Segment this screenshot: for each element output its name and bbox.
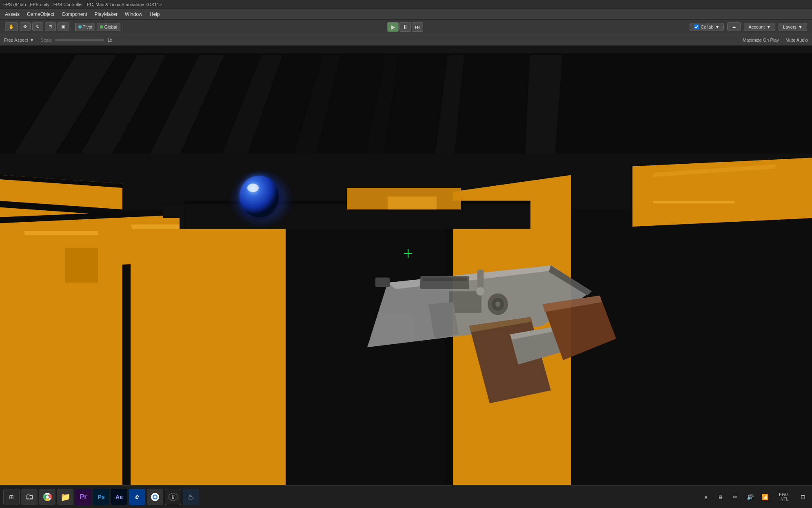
svg-rect-9 (0, 46, 812, 53)
svg-point-65 (46, 495, 49, 498)
svg-marker-33 (0, 244, 49, 296)
svg-rect-31 (24, 231, 98, 236)
menu-gameobject[interactable]: GameObject (24, 11, 58, 18)
tray-network[interactable]: 🖥 (715, 491, 726, 503)
scale-tool-button[interactable]: ⊡ (45, 22, 56, 31)
svg-text:U: U (171, 495, 174, 499)
pivot-toggle: Pivot (75, 23, 95, 31)
taskbar-right: ∧ 🖥 ✏ 🔊 📶 ENG INTL ⊡ (700, 491, 809, 503)
menu-assets[interactable]: Assets (2, 11, 23, 18)
taskbar-edge[interactable]: e (129, 489, 145, 505)
svg-rect-37 (653, 201, 734, 203)
collab-checkbox[interactable] (694, 25, 699, 29)
playback-group: ▶ ⏸ ⏭ (386, 20, 425, 34)
taskbar: ⊞ 🗂 📁 Pr Ps Ae e U (0, 485, 812, 508)
clock-display[interactable]: ENG INTL (774, 492, 794, 501)
free-aspect-selector[interactable]: Free Aspect ▼ (4, 38, 34, 42)
taskbar-premiere[interactable]: Pr (75, 489, 91, 505)
svg-marker-21 (445, 192, 453, 485)
tray-speaker[interactable]: 🔊 (744, 491, 756, 503)
taskbar-steam[interactable]: ♨ (183, 489, 199, 505)
step-button[interactable]: ⏭ (412, 22, 423, 32)
transform-tools-group: ✋ ✥ ↻ ⊡ ▣ (3, 20, 71, 34)
tray-notifications[interactable]: ⊡ (797, 491, 809, 503)
language-intl: INTL (779, 497, 788, 501)
menu-component[interactable]: Component (58, 11, 90, 18)
collab-button[interactable]: Collab ▼ (690, 23, 724, 31)
cloud-button[interactable]: ☁ (727, 22, 741, 31)
global-toggle: Global (97, 23, 120, 31)
pivot-group: Pivot Global (73, 20, 122, 34)
global-button[interactable]: Global (97, 23, 120, 31)
svg-point-62 (476, 287, 484, 296)
tray-up-arrow[interactable]: ∧ (700, 491, 712, 503)
hand-tool-button[interactable]: ✋ (5, 22, 18, 31)
pause-button[interactable]: ⏸ (399, 22, 411, 32)
svg-marker-18 (131, 225, 286, 485)
title-text: FPS (64bit) - FPS.unity - FPS Controller… (3, 2, 162, 7)
tray-pen[interactable]: ✏ (730, 491, 741, 503)
account-button[interactable]: Account ▼ (744, 23, 775, 31)
taskbar-file-manager[interactable]: 🗂 (21, 489, 38, 505)
svg-point-39 (240, 176, 279, 217)
move-tool-button[interactable]: ✥ (20, 22, 31, 31)
play-button[interactable]: ▶ (387, 22, 399, 32)
taskbar-photoshop[interactable]: Ps (93, 489, 109, 505)
scale-control: Scale 1x (41, 38, 112, 42)
scene-svg (0, 46, 812, 485)
pivot-dot-icon (78, 25, 82, 29)
scale-slider[interactable] (55, 39, 104, 41)
taskbar-after-effects[interactable]: Ae (111, 489, 127, 505)
taskbar-unity[interactable]: U (165, 489, 181, 505)
global-dot-icon (100, 25, 103, 29)
svg-rect-51 (422, 278, 467, 281)
taskbar-chrome2[interactable] (147, 489, 163, 505)
scene-canvas (0, 46, 812, 485)
svg-rect-57 (375, 278, 390, 287)
collab-group: Collab ▼ ☁ Account ▼ Layers ▼ (688, 20, 809, 34)
pivot-button[interactable]: Pivot (75, 23, 95, 31)
rect-tool-button[interactable]: ▣ (58, 22, 69, 31)
toolbar: ✋ ✥ ↻ ⊡ ▣ Pivot Global ▶ ⏸ ⏭ (0, 20, 812, 34)
svg-point-40 (247, 184, 259, 192)
layers-button[interactable]: Layers ▼ (779, 23, 807, 31)
menu-help[interactable]: Help (146, 11, 163, 18)
mute-audio-toggle[interactable]: Mute Audio (785, 38, 808, 42)
taskbar-show-desktop[interactable]: ⊞ (3, 489, 20, 505)
svg-point-54 (495, 302, 500, 307)
svg-point-68 (154, 495, 157, 498)
tray-network2[interactable]: 📶 (759, 491, 770, 503)
language-eng: ENG (779, 492, 789, 497)
maximize-on-play-toggle[interactable]: Maximize On Play (743, 38, 779, 42)
svg-rect-10 (0, 53, 812, 55)
rotate-tool-button[interactable]: ↻ (32, 22, 43, 31)
menu-playmaker[interactable]: PlayMaker (91, 11, 121, 18)
title-bar: FPS (64bit) - FPS.unity - FPS Controller… (0, 0, 812, 9)
taskbar-chrome[interactable] (39, 489, 55, 505)
game-viewport[interactable] (0, 46, 812, 485)
menu-window[interactable]: Window (122, 11, 146, 18)
taskbar-folder[interactable]: 📁 (57, 489, 73, 505)
menu-bar: Assets GameObject Component PlayMaker Wi… (0, 9, 812, 20)
svg-rect-32 (65, 248, 98, 283)
game-view-bar: Free Aspect ▼ Scale 1x Maximize On Play … (0, 34, 812, 46)
svg-rect-35 (388, 196, 437, 209)
